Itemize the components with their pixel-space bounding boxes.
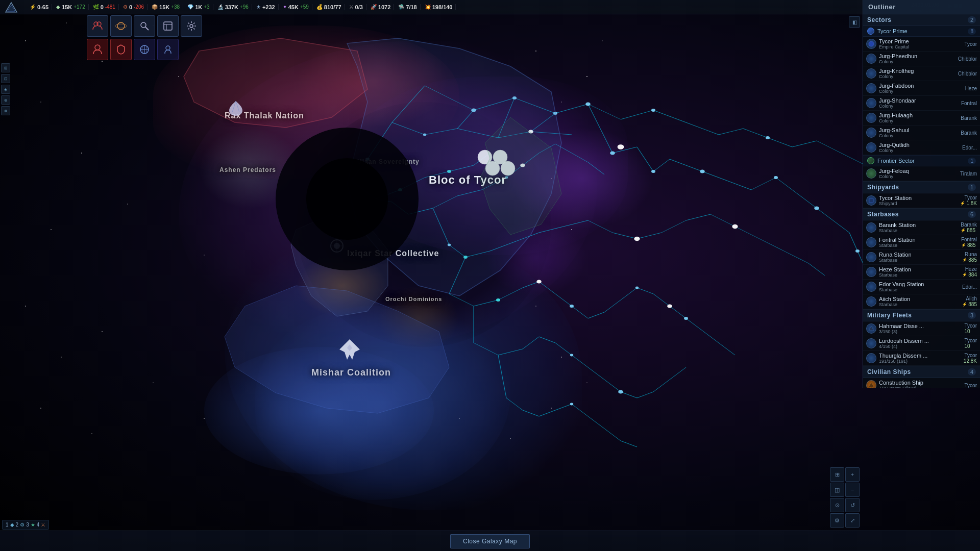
map-btn-zoom-in[interactable]: + [845, 467, 860, 482]
planet-tycor-prime[interactable]: Tycor Prime Empire Capital Tycor [863, 37, 980, 52]
bottom-bar: Close Galaxy Map [0, 531, 980, 551]
military-fleets-header[interactable]: Military Fleets 3 [863, 310, 980, 321]
map-btn-rotate[interactable]: ↺ [845, 498, 860, 512]
planet-hulaagh[interactable]: Jurg-Hulaagh Colony Barank [863, 111, 980, 126]
starbase-edor[interactable]: Edor Vang Station Starbase Edor... [863, 280, 980, 294]
left-icon-1[interactable]: ⊞ [1, 63, 10, 72]
svg-point-182 [166, 46, 170, 50]
toolbar-research[interactable] [134, 15, 155, 37]
planet-qutlidh[interactable]: Jurg-Qutlidh Colony Edor... [863, 140, 980, 155]
svg-line-27 [833, 220, 849, 233]
starbases-header[interactable]: Starbases 6 [863, 209, 980, 220]
planet-shondaar[interactable]: Jurg-Shondaar Colony Fontral [863, 96, 980, 111]
starbase-barank[interactable]: Barank Station Starbase Barank ⚡885 [863, 220, 980, 235]
starbase-icon-5 [866, 282, 876, 292]
civilian-ships-header[interactable]: Civilian Ships 4 [863, 366, 980, 378]
shipyards-header[interactable]: Shipyards 1 [863, 182, 980, 193]
svg-line-5 [621, 110, 653, 119]
planet-knoltheg[interactable]: Jurg-Knoltheg Colony Chibblor [863, 66, 980, 81]
svg-line-65 [784, 251, 808, 263]
svg-line-172 [145, 27, 149, 30]
planet-feloaq[interactable]: Jurg-Feloaq Colony Tiralam [863, 166, 980, 181]
planet-fabdoon[interactable]: Jurg-Fabdoon Colony Heze [863, 81, 980, 96]
frontier-sector-label: Frontier Sector [877, 158, 915, 164]
hud-energy: ⚡ 0-65 [27, 4, 52, 10]
planet-icon-4 [866, 83, 876, 93]
svg-point-136 [766, 136, 770, 139]
fleet-icon-2 [866, 338, 876, 348]
starbase-runa[interactable]: Runa Station Starbase Runa ⚡885 [863, 250, 980, 265]
svg-point-128 [635, 287, 639, 289]
shipyard-icon [866, 195, 876, 206]
svg-point-122 [855, 249, 860, 253]
sections-sectors: Sectors 2 Tycor Prime 8 Tycor Prime Empi… [863, 14, 980, 182]
toolbar-planets[interactable] [110, 15, 132, 37]
toolbar-diplomacy[interactable] [134, 39, 155, 60]
map-btn-zoom-out[interactable]: − [845, 483, 860, 497]
map-btn-settings[interactable]: ⚙ [830, 513, 844, 528]
civilian-ship-construction[interactable]: Construction Ship TBC Yehm-Qilaud Tycor [863, 378, 980, 388]
map-btn-icons[interactable]: ⊙ [830, 498, 844, 512]
fleet-hahmaar[interactable]: Hahmaar Disse ... 3/150 (3) Tycor 10 [863, 321, 980, 336]
starbase-icon-6 [866, 296, 876, 307]
planet-info: Tycor Prime Empire Capital [879, 38, 962, 49]
shipyard-tycor[interactable]: Tycor Station Shipyard Tycor ⚡ 1.8K [863, 193, 980, 208]
tycor-prime-subsection[interactable]: Tycor Prime 8 [863, 26, 980, 37]
svg-line-111 [792, 141, 817, 147]
left-side-icons: ⊞ ⊡ ◈ ⊕ ⊗ [0, 61, 11, 117]
mishar-faction-icon [334, 337, 365, 362]
nebula-right-dark [485, 219, 587, 296]
svg-line-75 [588, 312, 604, 318]
hud-food: 🌿 0 -481 [90, 4, 119, 10]
svg-point-176 [190, 24, 193, 28]
svg-line-93 [621, 392, 637, 398]
fleet-lurdoosh[interactable]: Lurdoosh Dissem ... 4/150 (4) Tycor 10 [863, 336, 980, 351]
planet-sahuul[interactable]: Jurg-Sahuul Colony Barank [863, 126, 980, 140]
planet-icon-6 [866, 113, 876, 123]
top-toolbar [87, 15, 202, 37]
svg-line-62 [710, 214, 735, 227]
left-icon-2[interactable]: ⊡ [1, 74, 10, 83]
toolbar-factions[interactable] [157, 15, 179, 37]
toolbar-military[interactable] [110, 39, 132, 60]
hud-fleet2: 🚀 1072 [368, 4, 394, 10]
svg-line-104 [604, 429, 621, 441]
toolbar-settings[interactable] [181, 15, 202, 37]
svg-line-92 [604, 380, 621, 392]
sectors-header[interactable]: Sectors 2 [863, 14, 980, 26]
planet-pheedhun[interactable]: Jurg-Pheedhun Colony Chibblor [863, 52, 980, 66]
map-btn-layers[interactable]: ◫ [830, 483, 844, 497]
frontier-sector-icon [867, 157, 874, 164]
starbase-icon-3 [866, 252, 876, 262]
svg-line-106 [653, 110, 686, 122]
svg-marker-185 [869, 326, 874, 331]
left-icon-5[interactable]: ⊗ [1, 106, 10, 115]
map-btn-expand[interactable]: ⤢ [845, 513, 860, 528]
left-icon-4[interactable]: ⊕ [1, 95, 10, 105]
nebula-top-red [296, 36, 449, 128]
toolbar-empire[interactable] [87, 39, 108, 60]
hud-alloys: ⚙ 0 -206 [120, 4, 148, 10]
left-icon-3[interactable]: ◈ [1, 85, 10, 94]
toolbar-species[interactable] [157, 39, 179, 60]
toolbar-population[interactable] [87, 15, 108, 37]
svg-line-76 [604, 300, 621, 312]
svg-line-58 [612, 233, 637, 239]
frontier-planet-icon [866, 168, 876, 179]
starbase-heze[interactable]: Heze Station Starbase Heze ⚡884 [863, 265, 980, 280]
outliner-toggle[interactable]: ◧ [849, 16, 860, 28]
svg-line-77 [621, 288, 637, 300]
map-btn-filter[interactable]: ⊞ [830, 467, 844, 482]
starbase-icon-2 [866, 237, 876, 247]
starbase-fontral[interactable]: Fontral Station Starbase Fontral ⚡885 [863, 235, 980, 250]
svg-point-150 [485, 161, 500, 176]
fleet-icon-3 [866, 353, 876, 363]
frontier-sector-subsection[interactable]: Frontier Sector 1 [863, 155, 980, 166]
close-galaxy-map-button[interactable]: Close Galaxy Map [450, 534, 530, 548]
svg-line-103 [588, 416, 604, 429]
starbase-aiich[interactable]: Aiich Station Starbase Aiich ⚡885 [863, 294, 980, 309]
fleet-thuurgla[interactable]: Thuurgla Dissem ... 191/150 (191) Tycor … [863, 351, 980, 366]
svg-line-74 [572, 306, 588, 318]
svg-line-63 [735, 227, 760, 239]
starbase-icon-4 [866, 267, 876, 277]
